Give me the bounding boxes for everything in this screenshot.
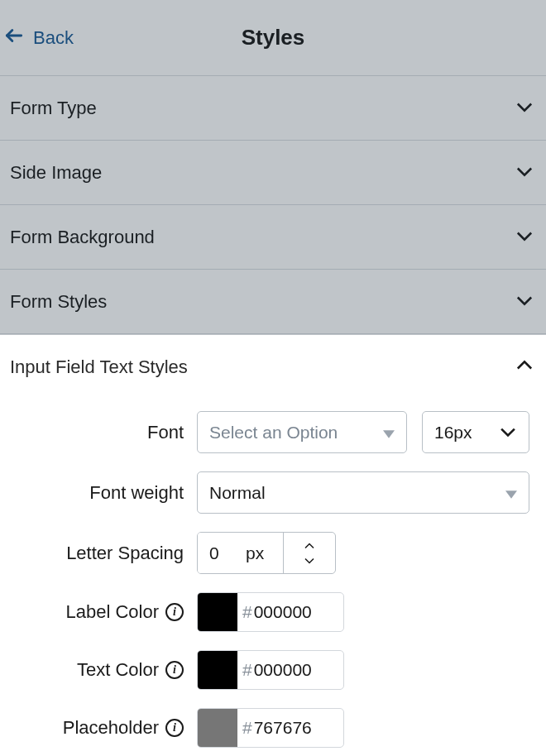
chevron-down-icon xyxy=(499,423,517,443)
back-button[interactable]: Back xyxy=(3,25,74,51)
panel-header: Back Styles xyxy=(0,0,546,76)
section-label: Form Type xyxy=(10,98,97,119)
color-swatch[interactable] xyxy=(198,709,237,747)
page-title: Styles xyxy=(10,25,536,50)
font-weight-value: Normal xyxy=(209,483,266,503)
label-color-control: # xyxy=(197,592,344,632)
info-icon[interactable]: i xyxy=(165,603,184,621)
letter-spacing-unit: px xyxy=(246,533,284,573)
placeholder-color-label: Placeholder i xyxy=(10,717,197,739)
section-label: Form Background xyxy=(10,227,155,248)
hash-symbol: # xyxy=(237,593,252,631)
color-swatch[interactable] xyxy=(198,593,237,631)
placeholder-color-control: # xyxy=(197,708,344,748)
font-weight-select[interactable]: Normal xyxy=(197,471,529,514)
text-color-text: Text Color xyxy=(77,659,159,681)
form-area: Font Select an Option 16px Font weight N… xyxy=(0,400,546,748)
letter-spacing-input[interactable] xyxy=(198,533,246,573)
chevron-down-icon xyxy=(513,95,536,122)
info-icon[interactable]: i xyxy=(165,719,184,737)
row-letter-spacing: Letter Spacing px xyxy=(10,532,536,574)
font-select-value: Select an Option xyxy=(209,423,338,443)
section-label: Input Field Text Styles xyxy=(10,356,188,378)
font-size-value: 16px xyxy=(434,423,472,443)
label-color-text: Label Color xyxy=(65,601,159,623)
chevron-up-icon xyxy=(302,538,317,553)
chevron-down-icon xyxy=(513,160,536,186)
chevron-down-icon xyxy=(302,553,317,568)
back-label: Back xyxy=(33,27,74,49)
hash-symbol: # xyxy=(237,709,252,747)
font-select[interactable]: Select an Option xyxy=(197,411,407,453)
svg-marker-1 xyxy=(383,430,395,438)
hash-symbol: # xyxy=(237,651,252,689)
arrow-left-icon xyxy=(3,25,25,51)
section-label: Form Styles xyxy=(10,291,107,313)
letter-spacing-label: Letter Spacing xyxy=(10,543,197,564)
svg-marker-2 xyxy=(505,490,517,498)
font-label: Font xyxy=(10,422,197,443)
text-color-label: Text Color i xyxy=(10,659,197,681)
row-label-color: Label Color i # xyxy=(10,592,536,632)
row-font-weight: Font weight Normal xyxy=(10,471,536,514)
text-color-control: # xyxy=(197,650,344,690)
section-form-type[interactable]: Form Type xyxy=(0,76,546,141)
chevron-up-icon xyxy=(513,354,536,380)
section-form-styles[interactable]: Form Styles xyxy=(0,270,546,334)
expanded-section: Input Field Text Styles Font Select an O… xyxy=(0,335,546,756)
section-side-image[interactable]: Side Image xyxy=(0,141,546,205)
info-icon[interactable]: i xyxy=(165,661,184,679)
caret-down-icon xyxy=(505,483,517,503)
row-placeholder-color: Placeholder i # xyxy=(10,708,536,748)
section-input-field-text-styles[interactable]: Input Field Text Styles xyxy=(0,335,546,400)
placeholder-color-input[interactable] xyxy=(252,709,335,747)
label-color-label: Label Color i xyxy=(10,601,197,623)
section-label: Side Image xyxy=(10,162,102,184)
chevron-down-icon xyxy=(513,224,536,251)
caret-down-icon xyxy=(383,423,395,443)
color-swatch[interactable] xyxy=(198,651,237,689)
section-form-background[interactable]: Form Background xyxy=(0,205,546,270)
letter-spacing-control: px xyxy=(197,532,336,574)
chevron-down-icon xyxy=(513,289,536,315)
font-size-select[interactable]: 16px xyxy=(422,411,529,453)
placeholder-color-text: Placeholder xyxy=(63,717,159,739)
text-color-input[interactable] xyxy=(252,651,335,689)
row-text-color: Text Color i # xyxy=(10,650,536,690)
label-color-input[interactable] xyxy=(252,593,335,631)
stepper[interactable] xyxy=(284,533,335,573)
font-weight-label: Font weight xyxy=(10,482,197,504)
row-font: Font Select an Option 16px xyxy=(10,411,536,453)
